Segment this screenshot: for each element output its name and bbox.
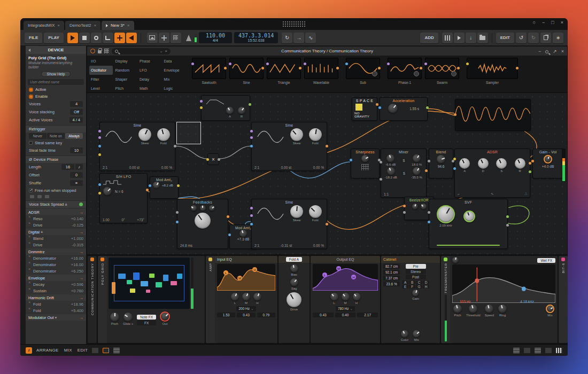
port-in[interactable] (304, 63, 306, 65)
modulator-row[interactable]: Fold +5.400 → (26, 307, 86, 314)
zoom-icon[interactable] (545, 50, 548, 53)
input-eq-display[interactable]: L M H (217, 264, 275, 291)
ratio-value[interactable]: 2:1 (254, 244, 259, 247)
port-in[interactable] (176, 221, 179, 223)
eq-band-handle[interactable]: L (322, 272, 327, 277)
grid-view-icon[interactable] (104, 49, 109, 53)
module-category-tab[interactable]: Random (114, 66, 137, 75)
mix-knob[interactable] (546, 305, 554, 313)
modulator-row[interactable]: Drive -0.125 → (26, 222, 86, 228)
device-enabled-icon[interactable] (100, 258, 104, 261)
eq-q-value[interactable]: 0.43 (313, 313, 334, 317)
sag-knob[interactable] (290, 278, 298, 286)
close-tab-icon[interactable]: × (57, 23, 60, 28)
cabinet-model-button[interactable]: B (409, 280, 415, 284)
module-space[interactable]: S P A C E NO GRAVITY (352, 97, 377, 121)
eq-gain-knob[interactable] (253, 293, 261, 301)
eq-band-handle[interactable]: H (351, 275, 356, 279)
modulator-row[interactable]: Sustain +0.760 → (26, 287, 86, 294)
retrigger-option-button[interactable]: Never (29, 133, 47, 139)
modulation-amount[interactable]: +5.400 (71, 308, 83, 313)
active-toggle[interactable]: Active (26, 86, 86, 93)
module-sharpness[interactable]: Sharpness (351, 149, 380, 178)
blend-knob[interactable] (437, 155, 445, 163)
eq-freq-select[interactable]: 200 Hz⌄ (236, 306, 256, 311)
modulator-row[interactable]: ADSR → (26, 209, 86, 215)
color-knob[interactable] (401, 330, 408, 338)
length-value[interactable]: 16 (61, 164, 74, 170)
eq-band-handle[interactable]: M (237, 276, 242, 280)
mixer-level-value[interactable]: -6.6 dB (385, 163, 396, 166)
play-selection-button[interactable] (454, 33, 465, 43)
port-in[interactable] (531, 160, 534, 162)
port-in[interactable] (350, 159, 352, 161)
modulation-amount[interactable]: +18.96 (71, 302, 83, 307)
device-view-icon[interactable] (545, 348, 552, 353)
eq-q-value[interactable]: 0.40 (335, 313, 356, 317)
module-category-tab[interactable]: I/O (89, 57, 113, 66)
tempo-display[interactable]: 110.00 4/4 (199, 32, 232, 43)
automation-write-button[interactable]: ∿ (305, 33, 316, 43)
modulation-amount[interactable]: +0.760 (71, 289, 83, 293)
output-eq-display[interactable]: L M H (313, 264, 378, 291)
patch-canvas[interactable]: A R S P A C E NO GRAVITY (87, 93, 567, 254)
follow-playhead-button[interactable]: → (293, 33, 304, 43)
skew-knob[interactable] (290, 205, 303, 218)
play-button[interactable] (67, 33, 78, 43)
port-in[interactable] (378, 106, 381, 109)
sub-freq-knob[interactable] (372, 71, 377, 76)
treemonster-knob[interactable] (469, 305, 477, 313)
module-category-tab[interactable]: Delay (138, 75, 161, 84)
fx-button[interactable]: FX (137, 321, 156, 325)
port-in[interactable] (387, 63, 390, 65)
port-in[interactable] (428, 160, 430, 162)
port-in[interactable] (98, 153, 101, 156)
xor-knob-2[interactable] (421, 204, 427, 209)
lfo-steps-value[interactable]: N = 6 (115, 190, 123, 193)
mixer-level-knob[interactable] (386, 154, 394, 162)
port-out[interactable] (516, 67, 519, 69)
modulator-remove-icon[interactable] (28, 302, 32, 306)
palette-module-phase1[interactable]: Phase-1 (388, 58, 422, 84)
skew-knob[interactable] (290, 128, 303, 141)
port-out[interactable] (506, 224, 509, 227)
mix-ratio-value[interactable]: 1:1 (384, 192, 389, 196)
note-editor-icon[interactable] (524, 348, 530, 353)
maximize-window-icon[interactable]: □ (551, 20, 554, 25)
time-value[interactable]: 15:52.638 (238, 38, 274, 43)
phase-offset-value[interactable]: 0.00 % (313, 244, 324, 247)
attack-knob[interactable] (226, 107, 234, 114)
module-env-ar[interactable]: A R (201, 95, 250, 121)
pitch-offset-value[interactable]: 0.00 st (129, 166, 140, 169)
sharpness-knob[interactable] (361, 155, 369, 162)
retrigger-option-button[interactable]: Always (65, 133, 83, 139)
mixer-pan-knob[interactable] (413, 154, 421, 162)
browser-button[interactable] (477, 33, 488, 43)
modulation-amount[interactable]: +6.250 (71, 269, 83, 274)
module-feedbacks[interactable]: Feedbacks 24.8 ms (177, 199, 228, 249)
mixer-view-icon[interactable] (513, 348, 520, 353)
treemonster-knob[interactable] (498, 305, 507, 313)
modulation-amount[interactable]: +1.000 (71, 236, 83, 241)
info-icon[interactable]: i (26, 347, 32, 354)
settings-button[interactable]: ∗ (553, 33, 563, 43)
palette-module-wavetable[interactable]: Wavetable (304, 58, 338, 84)
eq-gain-knob[interactable] (242, 293, 250, 301)
port-in[interactable] (403, 205, 406, 207)
module-search-input[interactable]: ⌄ × (112, 48, 171, 54)
palette-module-sawtooth[interactable]: Sawtooth (192, 58, 226, 84)
voice-prev-icon[interactable] (30, 195, 34, 198)
port-in[interactable] (266, 63, 269, 65)
voice-stack-mod-icon[interactable] (79, 202, 83, 206)
eq-band-handle[interactable]: L (223, 270, 228, 275)
lock-icon[interactable] (98, 50, 102, 53)
project-tab-2[interactable]: DemoTest2 × (65, 21, 100, 30)
modulator-row[interactable]: Digital + → (26, 229, 86, 235)
cabinet-routing-button[interactable]: Post (406, 275, 426, 279)
port-out[interactable] (326, 145, 328, 147)
module-oscilloscope[interactable] (455, 99, 531, 131)
keyboard-icon[interactable] (556, 348, 562, 353)
minimize-window-icon[interactable]: − (542, 20, 545, 25)
modulator-remove-icon[interactable] (28, 217, 32, 220)
redo-button[interactable]: ↻ (528, 33, 539, 43)
